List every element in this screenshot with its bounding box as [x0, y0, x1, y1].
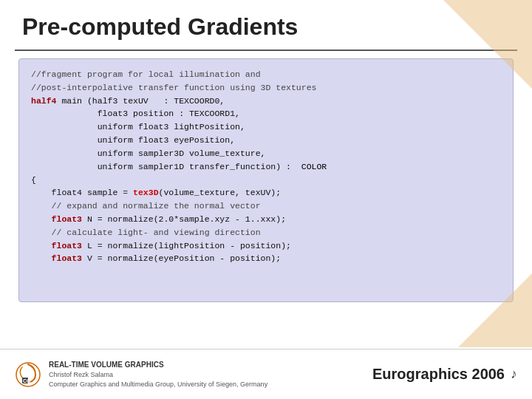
code-line-6: uniform float3 lightPosition,: [31, 120, 501, 134]
svg-text:CG: CG: [23, 378, 31, 383]
title-divider: [15, 50, 517, 51]
deco-bottom-right: [458, 273, 532, 347]
footer-institution: Computer Graphics and Multimedia Group, …: [49, 380, 267, 390]
code-line-7: uniform float3 eyePosition,: [31, 134, 501, 147]
footer-right: Eurographics 2006 ♪: [372, 366, 517, 383]
code-line-11: float4 sample = tex3D(volume_texture, te…: [31, 186, 501, 200]
cg-logo: CG: [15, 361, 41, 388]
code-line-4: float3 position : TEXCOORD1,: [31, 107, 501, 120]
keyword-float3-n: float3: [52, 214, 82, 224]
slide-title: Pre-computed Gradients: [22, 13, 510, 41]
code-line-17: float3 V = normalize(eyePosition - posit…: [31, 252, 501, 265]
slide: Pre-computed Gradients //fragment progra…: [0, 0, 532, 399]
code-line-14: float3 N = normalize(2.0*sample.xyz - 1.…: [31, 213, 501, 226]
footer-conference: REAL-TIME VOLUME GRAPHICS: [49, 359, 267, 370]
code-line-13: // expand and normalize the normal vecto…: [31, 200, 501, 213]
code-line-8: uniform sampler3D volume_texture,: [31, 147, 501, 160]
footer-brand: Eurographics 2006: [372, 366, 505, 383]
keyword-float3-l: float3: [52, 241, 82, 250]
music-icon: ♪: [511, 366, 517, 382]
code-line-15: // calculate light- and viewing directio…: [31, 226, 501, 239]
code-line-2: //post-interpolative transfer function u…: [31, 81, 501, 95]
footer-left: CG REAL-TIME VOLUME GRAPHICS Christof Re…: [15, 359, 267, 390]
code-line-9: uniform sampler1D transfer_function) : C…: [31, 160, 501, 174]
code-line-3: half4 main (half3 texUV : TEXCOORD0,: [31, 95, 501, 108]
footer-text-block: REAL-TIME VOLUME GRAPHICS Christof Rezk …: [49, 359, 267, 390]
deco-top-right: [443, 0, 532, 89]
keyword-float3-v: float3: [52, 253, 82, 263]
tex3d-highlight: tex3D: [133, 188, 159, 197]
footer: CG REAL-TIME VOLUME GRAPHICS Christof Re…: [0, 349, 532, 399]
code-block: //fragment program for local illuminatio…: [18, 58, 514, 302]
keyword-half4: half4: [31, 96, 57, 106]
color-label: COLOR: [301, 162, 327, 171]
footer-authors: Christof Rezk Salama: [49, 370, 267, 381]
code-line-1: //fragment program for local illuminatio…: [31, 68, 501, 81]
code-line-10: {: [31, 174, 501, 187]
code-line-16: float3 L = normalize(lightPosition - pos…: [31, 239, 501, 253]
